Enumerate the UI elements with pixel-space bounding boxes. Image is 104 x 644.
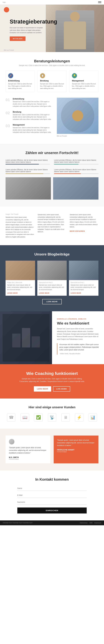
- footer-link-1[interactable]: AGB: [90, 522, 92, 524]
- contact-submit-button[interactable]: EINREICHEN: [17, 508, 87, 514]
- blog-post-link-1[interactable]: LESEN MEHR: [39, 292, 49, 294]
- coaching-learn-button[interactable]: Lern mehr: [34, 386, 51, 392]
- blog-post-date-1: Überschrift von Post 2: [39, 282, 65, 283]
- how-quote-block: Accumsan nisl nisi sodales sapien. Etiam…: [57, 343, 99, 355]
- coaching-demo-button[interactable]: Live Demo: [53, 386, 70, 392]
- service-numbered-title-2: Management: [13, 124, 53, 126]
- services-list: 01 Entwicklung Sample text. Click to sel…: [5, 98, 53, 137]
- partner-icon-6: 📊: [89, 413, 97, 422]
- hero-image: [46, 4, 104, 52]
- about-caption-0: Imagen, Von Freepik: [5, 214, 34, 215]
- testimonial-card-0: "Sample quote. Lorem ipsum dolor sit ame…: [5, 436, 50, 464]
- contact-message-input[interactable]: [17, 500, 87, 505]
- about-item-1: Sample text, lorem ipsum amet, consectet…: [38, 214, 66, 238]
- service-card-0: 🚀 Entwicklung Sample text. Click to sele…: [5, 70, 35, 92]
- partner-icon-2: ✅: [34, 413, 43, 422]
- service-numbered-text-1: Sample text. Click to select the text bo…: [13, 114, 53, 120]
- how-image: [0, 311, 52, 364]
- contact-name-input[interactable]: [17, 486, 87, 491]
- blog-card-1: Überschrift von Post 2 Sample text, lore…: [37, 261, 67, 296]
- services-section: Beratungsleistungen Sample text. Click t…: [0, 52, 104, 144]
- blog-card-0: Posten Sie 1 Überschrift Sample text, lo…: [5, 261, 35, 296]
- nav-logo: logo: [3, 2, 6, 3]
- blog-card-img-1: [37, 261, 67, 280]
- testimonial-author-0: M.S. SMITH Firmeninhaber: [9, 456, 47, 460]
- testimonial-card-1: "Sample quote. Lorem ipsum dolor sit ame…: [54, 436, 99, 464]
- partner-icon-0: ☎: [7, 413, 15, 422]
- service-item-0: 01 Entwicklung Sample text. Click to sel…: [5, 98, 53, 108]
- service-icon-0: 🚀: [8, 73, 13, 78]
- contact-email-input[interactable]: [17, 493, 87, 498]
- blog-card-img-2: [69, 261, 99, 280]
- numbered-services: 01 Entwicklung Sample text. Click to sel…: [5, 98, 99, 137]
- how-text: Sample text, Lorem ipsum dolor sit amet,…: [57, 328, 99, 340]
- blog-more-button[interactable]: Lern mehr: [42, 299, 62, 304]
- progress-title: Zählen wir unseren Fortschritt!: [5, 151, 99, 155]
- progress-item-1: Lorem primäre Effizienz, die lie lorem t…: [54, 159, 99, 164]
- partners-icons-row: ☎ 📖 ✅ 📡 🖥 ⚡ 📊: [5, 413, 99, 422]
- service-num-0: 01: [5, 98, 11, 108]
- about-section: Imagen, Von Freepik Sample text, lorem i…: [0, 206, 104, 245]
- progress-item-3: Lorem primäre Effizienz, die lie lorem t…: [54, 169, 99, 174]
- testimonial-text-0: "Sample quote. Lorem ipsum dolor sit ame…: [9, 446, 47, 454]
- testimonial-avatar-0: [9, 439, 14, 444]
- partner-icon-4: 🖥: [61, 413, 70, 422]
- partner-icon-5: ⚡: [75, 413, 83, 422]
- progress-section: Zählen wir unseren Fortschritt! Lorem pr…: [0, 144, 104, 206]
- service-title-2: Management: [72, 80, 96, 82]
- about-item-2: Sample text, lorem ipsum amet, consectet…: [70, 214, 99, 238]
- service-icon-2: 💡: [72, 73, 77, 78]
- menu-icon[interactable]: [98, 2, 101, 3]
- progress-label-2: Lorem primäre Effizienz, die lie lorem t…: [5, 169, 50, 172]
- footer: FOOTER TEXT FOOTER TEXT FOOTER TEXT Date…: [0, 520, 104, 525]
- hero-section: Strategieberatung Duis aute irure dolor …: [0, 4, 104, 52]
- blog-card-2: Überschrift von Post 1 Sample text, lore…: [69, 261, 99, 296]
- hero-orange-circle: [4, 7, 9, 12]
- how-quote: Accumsan nisl nisi sodales sapien. Etiam…: [59, 343, 99, 351]
- coaching-text: Sample text. Click to select the text bo…: [17, 378, 87, 383]
- contact-form: EINREICHEN: [17, 486, 87, 514]
- footer-link-0[interactable]: Datenschutz: [80, 522, 88, 524]
- progress-grid: Lorem primäre Effizienz, die lie lorem t…: [5, 159, 99, 174]
- testimonials-section: "Sample quote. Lorem ipsum dolor sit ame…: [0, 428, 104, 470]
- partner-icon-1: 📖: [21, 413, 29, 422]
- progress-item-2: Lorem primäre Effizienz, die lie lorem t…: [5, 169, 50, 174]
- how-quote-author: - Malte Smith, Hauptbuchhalter: [59, 353, 80, 354]
- service-numbered-text-2: Sample text. Click to select the text bo…: [13, 126, 53, 134]
- partners-title: Hier sind einige unserer Kunden: [5, 406, 99, 409]
- progress-label-0: Lorem primäre Effizienz, die lie lorem t…: [5, 159, 50, 163]
- services-subtitle: Sample text. Click to select the text bo…: [5, 64, 99, 66]
- service-icon-1: 📋: [40, 73, 45, 78]
- blog-post-link-2[interactable]: LESEN MEHR: [71, 292, 81, 294]
- service-item-2: 03 Management Sample text. Click to sele…: [5, 124, 53, 134]
- blog-card-img-0: [5, 261, 35, 280]
- how-section: SINNVOLLE LÖSUNGEN, ZIEMLICH Wie es funk…: [0, 311, 104, 364]
- service-numbered-text-0: Sample text. Click to select the text bo…: [13, 100, 53, 108]
- service-text-0: Sample text. Click to select the text bo…: [8, 83, 32, 90]
- blog-section: Unsere Blogbeiträge Posten Sie 1 Übersch…: [0, 245, 104, 312]
- testimonial-text-1: "Sample quote. Lorem ipsum dolor sit ame…: [57, 439, 95, 447]
- blog-grid: Posten Sie 1 Überschrift Sample text, lo…: [5, 261, 99, 296]
- service-numbered-title-1: Beratung: [13, 111, 53, 113]
- service-image-caption: Bild von Freepik: [57, 135, 99, 137]
- service-item-1: 02 Beratung Sample text. Click to select…: [5, 111, 53, 120]
- service-numbered-title-0: Entwicklung: [13, 98, 53, 100]
- about-mehr-link[interactable]: Mehr erfahren: [70, 230, 85, 232]
- progress-img-0: [5, 177, 51, 200]
- blog-post-date-2: Überschrift von Post 1: [71, 282, 97, 283]
- about-text-0: Sample text, lorem ipsum amet, consectet…: [5, 216, 34, 238]
- blog-post-text-2: Sample text, lorem ipsum dolor sit amet,…: [71, 284, 97, 291]
- navbar: logo: [0, 0, 104, 4]
- progress-bar-bg-3: [54, 174, 99, 174]
- footer-links: Datenschutz AGB Impressum: [80, 522, 101, 524]
- footer-link-2[interactable]: Impressum: [95, 522, 101, 524]
- service-num-2: 03: [5, 124, 11, 134]
- progress-label-1: Lorem primäre Effizienz, die lie lorem t…: [54, 159, 99, 163]
- about-grid: Imagen, Von Freepik Sample text, lorem i…: [5, 214, 99, 238]
- hero-cta-button[interactable]: IM FOLGEN: [10, 36, 25, 41]
- blog-post-link-0[interactable]: LESEN MEHR: [7, 292, 18, 294]
- coaching-buttons: Lern mehr Live Demo: [5, 386, 99, 392]
- partners-section: Hier sind einige unserer Kunden ☎ 📖 ✅ 📡 …: [0, 398, 104, 428]
- service-title-1: Beratung: [40, 80, 64, 82]
- progress-img-1: [53, 177, 99, 200]
